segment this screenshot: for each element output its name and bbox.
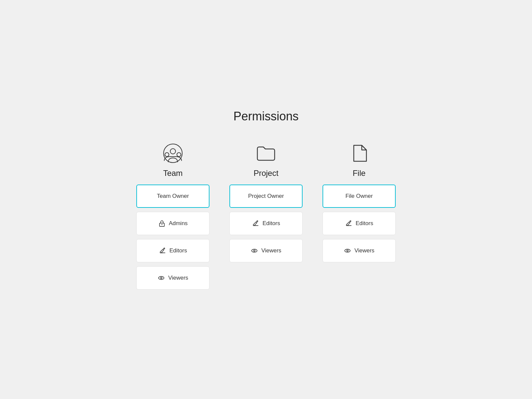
svg-point-8 bbox=[161, 277, 162, 279]
file-editors-card[interactable]: Editors bbox=[323, 212, 396, 235]
file-owner-label: File Owner bbox=[345, 193, 373, 200]
team-viewers-label: Viewers bbox=[168, 275, 188, 281]
project-editors-label: Editors bbox=[263, 220, 280, 227]
svg-point-13 bbox=[345, 249, 350, 252]
svg-point-10 bbox=[252, 249, 257, 252]
project-column-title: Project bbox=[254, 169, 279, 178]
project-column: Project Project Owner Editors Viewers bbox=[229, 143, 303, 262]
project-viewers-card[interactable]: Viewers bbox=[229, 239, 303, 262]
svg-point-3 bbox=[177, 153, 181, 157]
team-owner-card[interactable]: Team Owner bbox=[136, 185, 209, 208]
pen-icon-2 bbox=[252, 220, 259, 227]
eye-icon-2 bbox=[251, 247, 258, 254]
svg-point-2 bbox=[165, 153, 169, 157]
svg-point-0 bbox=[164, 144, 182, 163]
svg-point-14 bbox=[347, 250, 348, 252]
page-title: Permissions bbox=[233, 109, 299, 123]
columns-container: Team Team Owner Admins Editors bbox=[136, 143, 396, 290]
team-editors-card[interactable]: Editors bbox=[136, 239, 209, 262]
team-icon bbox=[163, 143, 183, 163]
file-icon bbox=[349, 143, 369, 163]
project-editors-card[interactable]: Editors bbox=[229, 212, 303, 235]
svg-point-7 bbox=[159, 276, 164, 279]
team-column-title: Team bbox=[163, 169, 183, 178]
folder-icon bbox=[256, 143, 276, 163]
pen-icon-3 bbox=[345, 220, 352, 227]
file-viewers-label: Viewers bbox=[354, 247, 374, 254]
team-admins-label: Admins bbox=[169, 220, 188, 227]
file-column-title: File bbox=[353, 169, 366, 178]
team-viewers-card[interactable]: Viewers bbox=[136, 266, 209, 290]
lock-icon bbox=[158, 220, 166, 227]
team-admins-card[interactable]: Admins bbox=[136, 212, 209, 235]
file-editors-label: Editors bbox=[356, 220, 373, 227]
team-owner-label: Team Owner bbox=[157, 193, 189, 200]
svg-point-5 bbox=[161, 224, 162, 225]
page-container: Permissions Team Team Owner bbox=[0, 89, 532, 310]
svg-point-11 bbox=[254, 250, 255, 252]
file-column: File File Owner Editors Viewers bbox=[323, 143, 396, 262]
eye-icon bbox=[158, 274, 165, 282]
project-owner-card[interactable]: Project Owner bbox=[229, 185, 303, 208]
project-owner-label: Project Owner bbox=[248, 193, 284, 200]
team-editors-label: Editors bbox=[170, 247, 187, 254]
svg-point-1 bbox=[170, 149, 176, 154]
project-viewers-label: Viewers bbox=[261, 247, 281, 254]
pen-icon bbox=[159, 247, 166, 254]
eye-icon-3 bbox=[344, 247, 351, 254]
file-owner-card[interactable]: File Owner bbox=[323, 185, 396, 208]
file-viewers-card[interactable]: Viewers bbox=[323, 239, 396, 262]
team-column: Team Team Owner Admins Editors bbox=[136, 143, 209, 290]
